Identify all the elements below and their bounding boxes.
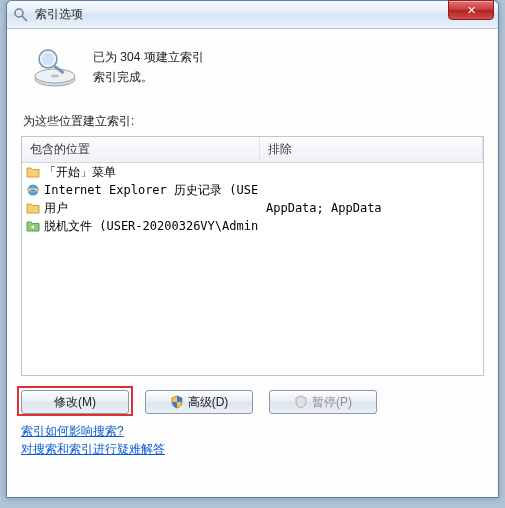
button-row: 修改(M) 高级(D) 暂停(P) [21,390,484,414]
indexed-count: 已为 304 项建立索引 [93,47,204,67]
cell-location: Internet Explorer 历史记录 (USE... [22,182,260,199]
svg-line-1 [22,16,27,21]
pause-button-label: 暂停(P) [312,394,352,411]
list-item[interactable]: 脱机文件 (USER-20200326VY\Admin... [22,217,483,235]
cell-location: 用户 [22,200,260,217]
indexing-options-dialog: 索引选项 ✕ 已为 304 项建立索引 索引完成。 为这些位置建立 [6,0,499,498]
cell-location: 「开始」菜单 [22,164,260,181]
folder-icon [26,165,40,179]
link-search-effect[interactable]: 索引如何影响搜索? [21,424,124,438]
status-row: 已为 304 项建立索引 索引完成。 [21,41,484,99]
magnifier-icon [13,7,29,23]
list-body: 「开始」菜单Internet Explorer 历史记录 (USE...用户Ap… [22,163,483,235]
location-text: Internet Explorer 历史记录 (USE... [44,182,260,199]
close-icon: ✕ [467,4,476,17]
titlebar[interactable]: 索引选项 ✕ [7,1,498,29]
close-button[interactable]: ✕ [448,0,494,20]
modify-button-label: 修改(M) [54,394,96,411]
ie-icon [26,183,40,197]
folder-icon [26,201,40,215]
content-area: 已为 304 项建立索引 索引完成。 为这些位置建立索引: 包含的位置 排除 「… [7,29,498,497]
location-text: 脱机文件 (USER-20200326VY\Admin... [44,218,260,235]
window-title: 索引选项 [35,6,83,23]
list-item[interactable]: Internet Explorer 历史记录 (USE... [22,181,483,199]
svg-point-6 [42,53,54,65]
indexing-state: 索引完成。 [93,67,204,87]
status-text: 已为 304 项建立索引 索引完成。 [93,45,204,87]
modify-button[interactable]: 修改(M) [21,390,129,414]
shield-icon [294,395,308,409]
drive-magnifier-icon [31,45,79,89]
advanced-button[interactable]: 高级(D) [145,390,253,414]
pause-button[interactable]: 暂停(P) [269,390,377,414]
advanced-button-label: 高级(D) [188,394,229,411]
list-header[interactable]: 包含的位置 排除 [22,137,483,163]
cell-location: 脱机文件 (USER-20200326VY\Admin... [22,218,260,235]
link-troubleshoot[interactable]: 对搜索和索引进行疑难解答 [21,442,165,456]
svg-point-0 [15,9,23,17]
location-text: 「开始」菜单 [44,164,116,181]
location-text: 用户 [44,200,68,217]
cell-exclude: AppData; AppData [260,201,483,215]
list-item[interactable]: 「开始」菜单 [22,163,483,181]
locations-label: 为这些位置建立索引: [23,113,484,130]
list-item[interactable]: 用户AppData; AppData [22,199,483,217]
svg-point-4 [51,75,59,78]
column-exclude[interactable]: 排除 [260,137,483,162]
offline-icon [26,219,40,233]
shield-icon [170,395,184,409]
help-links: 索引如何影响搜索? 对搜索和索引进行疑难解答 [21,422,484,458]
locations-list: 包含的位置 排除 「开始」菜单Internet Explorer 历史记录 (U… [21,136,484,376]
column-location[interactable]: 包含的位置 [22,137,260,162]
